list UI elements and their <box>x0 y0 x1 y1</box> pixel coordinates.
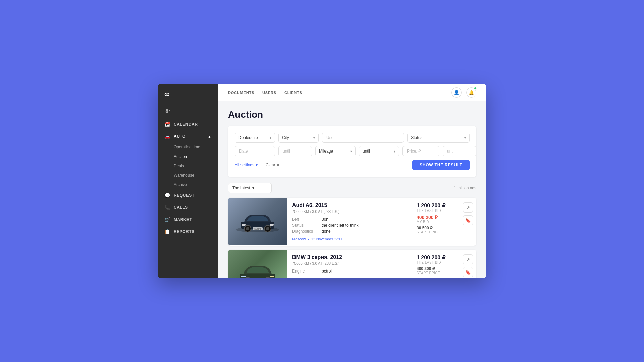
value-engine: petrol <box>322 269 407 274</box>
ads-count: 1 million ads <box>454 186 476 190</box>
svg-rect-16 <box>241 276 246 277</box>
chevron-down-icon: ▾ <box>464 136 466 140</box>
subnav-warehouse[interactable]: Warehouse <box>158 171 218 180</box>
car-location-1: Moscow • 12 November 23:00 <box>292 237 407 241</box>
value-diagnostics: done <box>322 229 407 234</box>
start-price-2: 400 200 ₽ <box>417 266 435 271</box>
car-info-2: BMW 3 серия, 2012 70000 KM / 3.0 AT (238… <box>287 250 413 278</box>
chevron-down-icon: ▾ <box>252 186 254 190</box>
car-image-audi: SAS 349 <box>228 198 287 245</box>
eye-icon[interactable]: 👁 <box>158 105 218 118</box>
market-icon: 🛒 <box>164 217 170 222</box>
car-specs-1: 70000 KM / 3.0 AT (238 L.S.) <box>292 209 407 214</box>
svg-text:SAS 349: SAS 349 <box>254 228 261 230</box>
sidebar: ∞ 👁 📅 CALENDAR 🚗 AUTO ▲ Operating time A… <box>158 84 218 278</box>
user-input[interactable] <box>322 133 404 143</box>
sidebar-item-market[interactable]: 🛒 MARKET <box>158 214 218 226</box>
page-title: Auction <box>228 109 476 120</box>
chevron-down-icon: ▾ <box>313 136 315 140</box>
share-btn-1[interactable]: ↗ <box>463 202 473 213</box>
sidebar-item-reports[interactable]: 📋 REPORTS <box>158 226 218 238</box>
mileage-until-select[interactable]: until ▾ <box>359 146 399 156</box>
car-image-bmw <box>228 250 287 278</box>
car-specs-2: 70000 KM / 3.0 AT (238 L.S.) <box>292 261 407 265</box>
date-until-input[interactable] <box>278 146 312 156</box>
car-title-1: Audi A6, 2015 <box>292 202 407 208</box>
auto-icon: 🚗 <box>164 134 170 139</box>
sidebar-item-calendar-label: CALENDAR <box>174 122 198 127</box>
sidebar-item-request[interactable]: 💬 REQUEST <box>158 189 218 201</box>
reports-icon: 📋 <box>164 229 170 234</box>
label-diagnostics: Diagnostics <box>292 229 319 234</box>
svg-point-3 <box>246 227 249 230</box>
calls-icon: 📞 <box>164 205 170 210</box>
start-price-label-2: START PRICE <box>417 271 440 275</box>
top-nav-clients[interactable]: CLIENTS <box>284 90 302 95</box>
dealership-select[interactable]: Dealership ▾ <box>235 133 275 143</box>
svg-rect-7 <box>270 224 274 226</box>
subnav-archive[interactable]: Archive <box>158 180 218 189</box>
my-bid-price-1: 400 200 ₽ <box>417 215 438 220</box>
bookmark-btn-2[interactable]: 🔖 <box>463 267 473 277</box>
price-input[interactable] <box>402 146 439 156</box>
list-header: The latest ▾ 1 million ads <box>228 183 476 193</box>
chevron-down-icon: ▾ <box>350 149 352 153</box>
notification-icon-btn[interactable]: 🔔 <box>466 87 476 98</box>
top-nav-icons: 👤 🔔 <box>451 87 476 98</box>
filter-row-2: Mileage ▾ until ▾ <box>235 146 470 156</box>
top-nav-documents[interactable]: DOCUMENTS <box>228 90 254 95</box>
price-until-input[interactable] <box>443 146 476 156</box>
svg-point-5 <box>266 227 269 230</box>
top-nav: DOCUMENTS USERS CLIENTS 👤 🔔 <box>218 84 486 101</box>
sidebar-item-auto[interactable]: 🚗 AUTO ▲ <box>158 130 218 142</box>
chevron-up-icon: ▲ <box>208 135 211 138</box>
svg-rect-17 <box>270 276 274 277</box>
sidebar-item-request-label: REQUEST <box>174 193 195 198</box>
bmw-car-svg <box>234 260 281 278</box>
share-btn-2[interactable]: ↗ <box>463 254 473 264</box>
svg-rect-6 <box>241 224 246 226</box>
sidebar-item-calls[interactable]: 📞 CALLS <box>158 201 218 214</box>
start-price-1: 30 500 ₽ <box>417 226 433 230</box>
sidebar-nav: 📅 CALENDAR 🚗 AUTO ▲ Operating time Aucti… <box>158 118 218 278</box>
logo-area[interactable]: ∞ <box>158 84 218 105</box>
top-nav-users[interactable]: USERS <box>262 90 276 95</box>
label-engine: Engine <box>292 269 319 274</box>
my-bid-label-1: MY BID <box>417 220 429 224</box>
last-bid-price-1: 1 200 200 ₽ <box>417 202 445 209</box>
auto-subnav: Operating time Auction Deals Warehouse A… <box>158 142 218 189</box>
subnav-auction[interactable]: Auction <box>158 152 218 161</box>
notification-dot <box>474 87 477 90</box>
chevron-down-icon: ▾ <box>270 136 271 140</box>
app-window: ∞ 👁 📅 CALENDAR 🚗 AUTO ▲ Operating time A… <box>158 84 486 278</box>
user-icon-btn[interactable]: 👤 <box>451 87 462 98</box>
sidebar-item-auto-label: AUTO <box>174 134 186 139</box>
city-select[interactable]: City ▾ <box>278 133 319 143</box>
car-actions-2: ↗ 🔖 <box>460 250 476 278</box>
start-price-label-1: START PRICE <box>417 230 440 234</box>
main-content: DOCUMENTS USERS CLIENTS 👤 🔔 Auction Deal… <box>218 84 486 278</box>
bookmark-btn-1[interactable]: 🔖 <box>463 215 473 225</box>
filter-row-1: Dealership ▾ City ▾ Status ▾ <box>235 133 470 143</box>
value-status: the client left to think <box>322 223 407 228</box>
car-card-1: SAS 349 Audi A6, 2015 70000 KM / 3.0 AT … <box>228 198 476 246</box>
sidebar-item-calls-label: CALLS <box>174 205 188 210</box>
subnav-operating-time[interactable]: Operating time <box>158 142 218 152</box>
date-input[interactable] <box>235 146 275 156</box>
clear-btn[interactable]: Clear ✕ <box>266 163 280 167</box>
sidebar-item-calendar[interactable]: 📅 CALENDAR <box>158 118 218 130</box>
subnav-deals[interactable]: Deals <box>158 161 218 171</box>
status-select[interactable]: Status ▾ <box>407 133 470 143</box>
audi-car-svg: SAS 349 <box>234 208 281 235</box>
request-icon: 💬 <box>164 193 170 198</box>
mileage-select[interactable]: Mileage ▾ <box>315 146 356 156</box>
value-left: 30h <box>322 217 407 222</box>
car-title-2: BMW 3 серия, 2012 <box>292 254 407 260</box>
filter-actions-row: All settings ▾ Clear ✕ SHOW THE RESULT <box>235 160 470 170</box>
chevron-down-icon: ▾ <box>256 163 258 167</box>
sort-select[interactable]: The latest ▾ <box>228 183 272 193</box>
show-result-button[interactable]: SHOW THE RESULT <box>412 160 470 170</box>
all-settings-btn[interactable]: All settings ▾ <box>235 163 258 167</box>
car-details-1: Left 30h Status the client left to think… <box>292 217 407 234</box>
last-bid-label-2: THE LAST BID <box>417 261 441 264</box>
